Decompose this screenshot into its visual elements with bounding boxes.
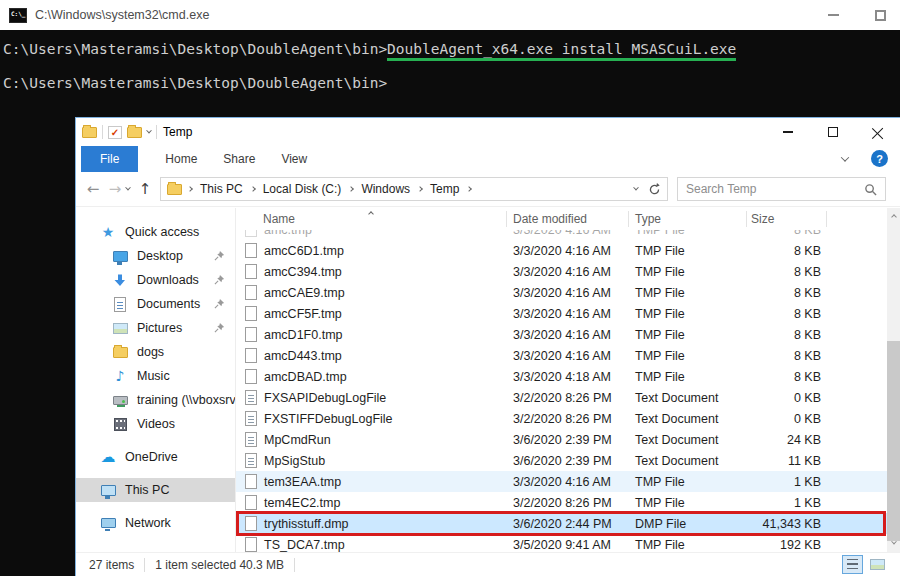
pin-icon (214, 274, 225, 285)
file-row[interactable]: amcCAE9.tmp 3/3/2020 4:16 AM TMP File 8 … (236, 282, 887, 303)
scroll-down-icon[interactable] (887, 536, 900, 550)
file-row[interactable]: amcC6D1.tmp 3/3/2020 4:16 AM TMP File 8 … (236, 240, 887, 261)
sidebar-item-music[interactable]: ♪ Music (76, 364, 235, 388)
column-header-date-modified[interactable]: Date modified (513, 212, 587, 226)
help-button[interactable]: ? (871, 150, 888, 167)
selection-summary: 1 item selected 40.3 MB (155, 558, 284, 572)
file-row[interactable]: amcCF5F.tmp 3/3/2020 4:16 AM TMP File 8 … (236, 303, 887, 324)
tab-share[interactable]: Share (210, 146, 268, 172)
file-row[interactable]: amcC394.tmp 3/3/2020 4:16 AM TMP File 8 … (236, 261, 887, 282)
recent-locations-icon[interactable] (125, 185, 131, 191)
file-size: 0 KB (731, 391, 821, 405)
search-box[interactable] (677, 177, 886, 201)
qat-dropdown-icon[interactable] (146, 128, 152, 134)
file-icon (245, 495, 257, 510)
file-row-selected[interactable]: trythisstuff.dmp 3/6/2020 2:44 PM DMP Fi… (236, 513, 887, 534)
file-name: amc.tmp (264, 230, 312, 237)
file-type: Text Document (635, 412, 718, 426)
cmd-prompt-2: C:\Users\Masteramsi\Desktop\DoubleAgent\… (3, 75, 387, 91)
file-name: amcD1F0.tmp (264, 328, 343, 342)
up-button[interactable]: ↑ (134, 180, 156, 198)
file-type: TMP File (635, 286, 685, 300)
properties-check-icon[interactable]: ✓ (108, 126, 122, 139)
breadcrumb-windows[interactable]: Windows (359, 182, 412, 196)
back-button[interactable]: ← (82, 180, 104, 198)
file-name: amcC6D1.tmp (264, 244, 344, 258)
column-divider[interactable] (746, 211, 747, 227)
column-header-size[interactable]: Size (751, 212, 774, 226)
file-row[interactable]: MpCmdRun 3/6/2020 2:39 PM Text Document … (236, 429, 887, 450)
address-toolbar: ← → ↑ This PC Local Disk (C:) Windows Te… (76, 172, 900, 207)
sidebar-item-network[interactable]: Network (76, 511, 235, 535)
file-row[interactable]: FXSTIFFDebugLogFile 3/2/2020 8:26 PM Tex… (236, 408, 887, 429)
tab-view[interactable]: View (268, 146, 320, 172)
file-size: 41,343 KB (731, 517, 821, 531)
cmd-minimize-button[interactable] (816, 0, 850, 30)
search-input[interactable] (686, 182, 864, 196)
file-row[interactable]: TS_DCA7.tmp 3/5/2020 9:41 AM TMP File 19… (236, 534, 887, 552)
divider (156, 125, 157, 139)
cmd-maximize-button[interactable] (863, 0, 897, 30)
file-row[interactable]: tem3EAA.tmp 3/3/2020 4:16 AM TMP File 1 … (236, 471, 887, 492)
explorer-minimize-button[interactable] (765, 118, 810, 146)
sidebar-item-training[interactable]: training (\\vboxsrv) (76, 388, 235, 412)
search-icon[interactable] (864, 183, 877, 196)
address-bar[interactable]: This PC Local Disk (C:) Windows Temp (160, 177, 668, 201)
sidebar-item-this-pc[interactable]: This PC (76, 478, 235, 502)
tab-file[interactable]: File (81, 146, 138, 172)
cmd-prompt-1: C:\Users\Masteramsi\Desktop\DoubleAgent\… (3, 41, 387, 57)
file-type: Text Document (635, 433, 718, 447)
breadcrumb-local-disk[interactable]: Local Disk (C:) (261, 182, 344, 196)
file-row-partial[interactable]: amc.tmp 3/3/2020 4:16 AM TMP File 8 KB (236, 230, 887, 240)
vertical-scrollbar[interactable] (887, 208, 900, 552)
file-type: TMP File (635, 265, 685, 279)
desktop-monitor-icon (112, 248, 128, 264)
column-divider[interactable] (628, 211, 629, 227)
refresh-icon[interactable] (648, 183, 661, 196)
forward-button[interactable]: → (104, 180, 126, 198)
pin-icon (214, 298, 225, 309)
file-row[interactable]: tem4EC2.tmp 3/2/2020 8:26 PM TMP File 1 … (236, 492, 887, 513)
column-divider[interactable] (826, 211, 827, 227)
tab-home[interactable]: Home (152, 146, 210, 172)
file-row[interactable]: FXSAPIDebugLogFile 3/2/2020 8:26 PM Text… (236, 387, 887, 408)
scrollbar-thumb[interactable] (887, 341, 900, 541)
new-folder-icon[interactable] (127, 127, 142, 138)
file-name: tem3EAA.tmp (264, 475, 341, 489)
file-date: 3/3/2020 4:16 AM (513, 349, 611, 363)
sidebar-item-documents[interactable]: Documents (76, 292, 235, 316)
file-row[interactable]: amcD1F0.tmp 3/3/2020 4:16 AM TMP File 8 … (236, 324, 887, 345)
address-dropdown-icon[interactable] (633, 185, 639, 191)
file-row[interactable]: amcDBAD.tmp 3/3/2020 4:18 AM TMP File 8 … (236, 366, 887, 387)
sidebar-item-pictures[interactable]: Pictures (76, 316, 235, 340)
sidebar-item-onedrive[interactable]: ☁ OneDrive (76, 445, 235, 469)
text-document-icon (245, 453, 257, 468)
sidebar-item-desktop[interactable]: Desktop (76, 244, 235, 268)
sidebar-item-downloads[interactable]: Downloads (76, 268, 235, 292)
file-row[interactable]: amcD443.tmp 3/3/2020 4:16 AM TMP File 8 … (236, 345, 887, 366)
column-header-row: Name Date modified Type Size (236, 208, 887, 230)
details-view-button[interactable] (842, 555, 863, 574)
breadcrumb-this-pc[interactable]: This PC (198, 182, 245, 196)
minimize-icon (828, 14, 839, 16)
ribbon-expand-icon[interactable] (841, 153, 849, 161)
breadcrumb-temp[interactable]: Temp (428, 182, 461, 196)
sidebar-item-label: OneDrive (125, 450, 178, 464)
divider (102, 125, 103, 139)
explorer-maximize-button[interactable] (810, 118, 855, 146)
file-size: 1 KB (731, 496, 821, 510)
scroll-up-icon[interactable] (887, 210, 900, 224)
explorer-close-button[interactable] (855, 118, 900, 146)
file-row[interactable]: MpSigStub 3/6/2020 2:39 PM Text Document… (236, 450, 887, 471)
column-divider[interactable] (506, 211, 507, 227)
thumbnails-view-button[interactable] (867, 555, 888, 574)
cmd-window-title: C:\Windows\system32\cmd.exe (35, 8, 209, 22)
quick-access-star-icon: ★ (100, 224, 116, 240)
column-header-name[interactable]: Name (263, 212, 295, 226)
cmd-command-underlined: DoubleAgent_x64.exe install MSASCuiL.exe (387, 41, 736, 61)
sidebar-item-quick-access[interactable]: ★ Quick access (76, 220, 235, 244)
column-header-type[interactable]: Type (635, 212, 661, 226)
file-size: 8 KB (731, 265, 821, 279)
sidebar-item-videos[interactable]: Videos (76, 412, 235, 436)
sidebar-item-dogs[interactable]: dogs (76, 340, 235, 364)
